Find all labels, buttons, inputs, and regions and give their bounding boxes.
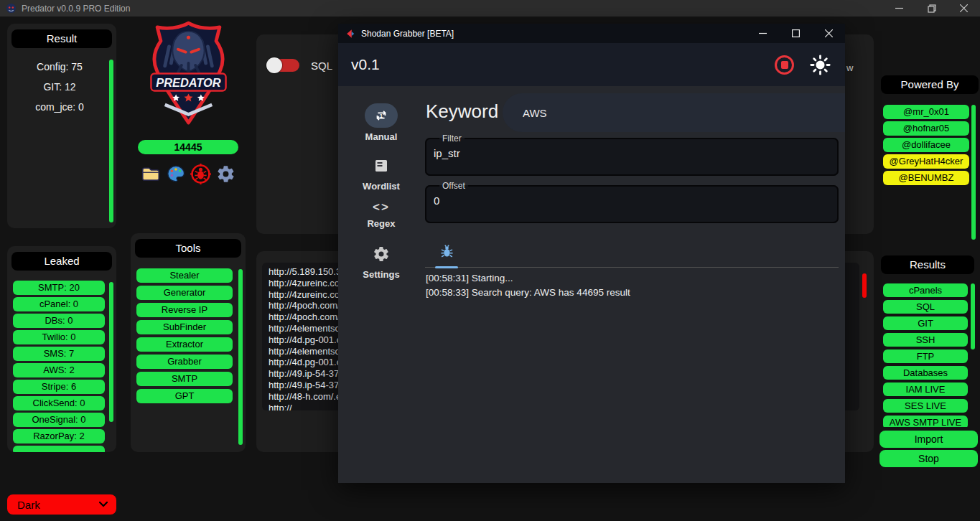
tool-subfinder-button[interactable]: SubFinder — [136, 320, 233, 334]
stat-com-jce: com_jce: 0 — [13, 97, 106, 117]
predator-app: { "window": {"title": "Predator v0.0.9 P… — [0, 0, 980, 521]
minimize-icon[interactable] — [883, 0, 915, 17]
tab-wordlist-label: Wordlist — [338, 181, 424, 192]
tool-grabber-button[interactable]: Grabber — [136, 355, 233, 369]
stop-scan-icon[interactable] — [775, 55, 794, 75]
tools-panel-title: Tools — [135, 239, 241, 258]
save-icon — [373, 157, 390, 174]
leaked-scrollbar[interactable] — [109, 282, 113, 422]
results-git-button[interactable]: GIT — [883, 316, 968, 330]
log-line: [00:58:31] Starting... — [426, 271, 839, 286]
leaked-stripe-button[interactable]: Stripe: 6 — [13, 380, 105, 394]
results-scrollbar[interactable] — [971, 283, 975, 349]
tool-smtp-button[interactable]: SMTP — [136, 372, 233, 386]
stat-git: GIT: 12 — [13, 77, 106, 97]
results-aws-smtp-live-button[interactable]: AWS SMTP LIVE — [883, 416, 968, 427]
folder-icon[interactable] — [140, 163, 162, 184]
bug-icon — [439, 244, 454, 259]
sql-toggle-knob — [266, 57, 282, 73]
offset-input[interactable] — [434, 194, 810, 207]
leaked-sms-button[interactable]: SMS: 7 — [13, 347, 105, 361]
tool-reverse-ip-button[interactable]: Reverse IP — [136, 303, 233, 317]
keyword-input[interactable] — [503, 93, 845, 132]
leaked-twilio-button[interactable]: Twilio: 0 — [13, 330, 105, 344]
powered-by-list: @mr_0x01 @hofnar05 @dollifacee @GreyHatH… — [883, 105, 969, 185]
logo-block: PREDATOR 14445 — [131, 20, 246, 184]
close-icon[interactable] — [948, 0, 980, 17]
active-tab-underline — [435, 266, 458, 268]
tool-extractor-button[interactable]: Extractor — [136, 337, 233, 352]
theme-dropdown[interactable]: Dark — [7, 494, 116, 515]
tools-scrollbar[interactable] — [238, 269, 243, 445]
filter-input[interactable] — [434, 147, 810, 159]
predator-logo: PREDATOR — [140, 20, 237, 126]
palette-icon[interactable] — [165, 163, 187, 184]
tools-panel: Tools Stealer Generator Reverse IP SubFi… — [131, 233, 246, 452]
credit-greyhath4cker-button[interactable]: @GreyHatH4cker — [883, 154, 969, 169]
tool-gpt-button[interactable]: GPT — [136, 389, 233, 403]
log-tab-strip — [425, 244, 839, 268]
sql-toggle[interactable] — [266, 57, 299, 73]
tab-settings[interactable]: Settings — [338, 245, 424, 280]
url-scrollbar[interactable] — [862, 273, 867, 298]
results-ftp-button[interactable]: FTP — [883, 349, 968, 363]
results-sql-button[interactable]: SQL — [883, 300, 968, 314]
filter-field: Filter — [425, 133, 839, 176]
leaked-panel: Leaked SMTP: 20 cPanel: 0 DBs: 0 Twilio:… — [7, 246, 116, 452]
leaked-dbs-button[interactable]: DBs: 0 — [13, 314, 105, 328]
tool-stealer-button[interactable]: Stealer — [136, 268, 233, 283]
modal-close-icon[interactable] — [812, 24, 845, 43]
predator-app-icon — [6, 3, 17, 14]
tab-debug-log[interactable] — [435, 244, 458, 262]
modal-maximize-icon[interactable] — [779, 24, 812, 43]
tool-generator-button[interactable]: Generator — [136, 286, 233, 300]
leaked-clicksend-button[interactable]: ClickSend: 0 — [13, 396, 105, 410]
filter-label: Filter — [439, 133, 465, 144]
results-iam-live-button[interactable]: IAM LIVE — [883, 382, 968, 396]
results-databases-button[interactable]: Databases — [883, 366, 968, 380]
result-scrollbar[interactable] — [109, 60, 113, 222]
offset-field: Offset — [425, 181, 839, 223]
results-cpanels-button[interactable]: cPanels — [883, 283, 968, 297]
svg-text:1: 1 — [380, 113, 383, 119]
keyword-label: Keyword — [426, 100, 498, 123]
repeat-1-icon: 1 — [365, 103, 398, 128]
stop-button[interactable]: Stop — [879, 450, 978, 467]
tab-manual[interactable]: 1 Manual — [338, 103, 424, 142]
leaked-smtp-button[interactable]: SMTP: 20 — [13, 281, 105, 295]
leaked-onesignal-button[interactable]: OneSignal: 0 — [13, 413, 105, 427]
restore-icon[interactable] — [915, 0, 948, 17]
results-list: cPanels SQL GIT SSH FTP Databases IAM LI… — [883, 283, 968, 427]
log-line: [00:58:33] Search query: AWS has 44695 r… — [426, 286, 839, 300]
count-button[interactable]: 14445 — [138, 140, 238, 154]
results-title: Results — [881, 255, 974, 274]
gear-icon[interactable] — [215, 163, 237, 184]
theme-sun-icon[interactable] — [810, 55, 831, 75]
shodan-grabber-window: Shodan Grabber [BETA] v0.1 — [338, 24, 845, 483]
result-panel: Result Config: 75 GIT: 12 com_jce: 0 — [7, 24, 116, 228]
leaked-panel-title: Leaked — [11, 252, 112, 271]
tab-settings-label: Settings — [338, 269, 424, 280]
settings-gear-icon — [373, 245, 390, 263]
leaked-razorpay-button[interactable]: RazorPay: 2 — [13, 429, 105, 443]
modal-minimize-icon[interactable] — [746, 24, 779, 43]
results-ses-live-button[interactable]: SES LIVE — [883, 399, 968, 413]
main-titlebar: Predator v0.0.9 PRO Edition — [0, 0, 980, 17]
modal-titlebar: Shodan Grabber [BETA] — [338, 24, 845, 43]
leaked-clipped-button[interactable] — [13, 446, 105, 452]
sql-toggle-label: SQL — [311, 60, 332, 72]
results-ssh-button[interactable]: SSH — [883, 333, 968, 347]
powered-scrollbar[interactable] — [971, 105, 976, 240]
tab-regex[interactable]: <> Regex — [338, 200, 424, 229]
tab-wordlist[interactable]: Wordlist — [338, 157, 424, 192]
credit-benumbz-button[interactable]: @BENUMBZ — [883, 171, 969, 185]
code-icon: <> — [373, 200, 390, 214]
leaked-cpanel-button[interactable]: cPanel: 0 — [13, 297, 105, 311]
import-button[interactable]: Import — [879, 431, 978, 448]
credit-hofnar05-button[interactable]: @hofnar05 — [883, 121, 969, 136]
bug-target-icon[interactable] — [190, 163, 212, 184]
leaked-aws-button[interactable]: AWS: 2 — [13, 363, 105, 377]
modal-header: v0.1 — [338, 43, 845, 86]
credit-dollifacee-button[interactable]: @dollifacee — [883, 138, 969, 152]
credit-mr-0x01-button[interactable]: @mr_0x01 — [883, 105, 969, 119]
